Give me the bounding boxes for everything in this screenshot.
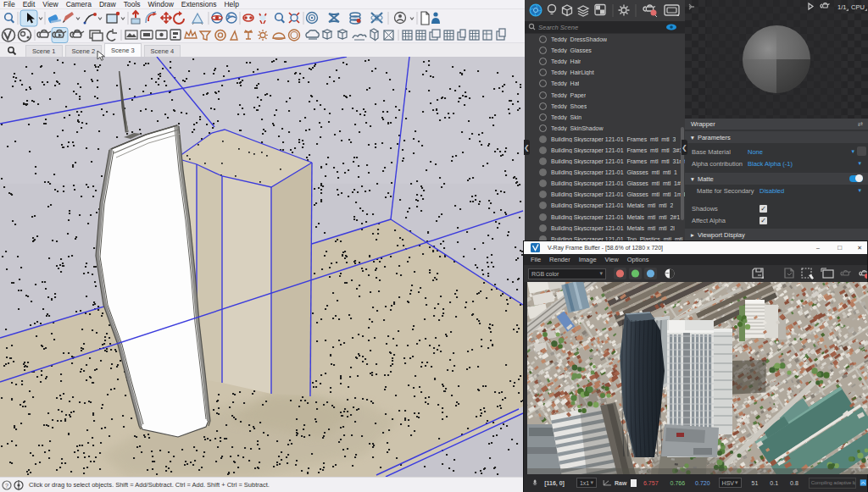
svg-text:1/1: 1/1: [837, 3, 846, 11]
svg-text:CPU: CPU: [851, 3, 865, 11]
svg-text:?: ?: [5, 482, 8, 488]
